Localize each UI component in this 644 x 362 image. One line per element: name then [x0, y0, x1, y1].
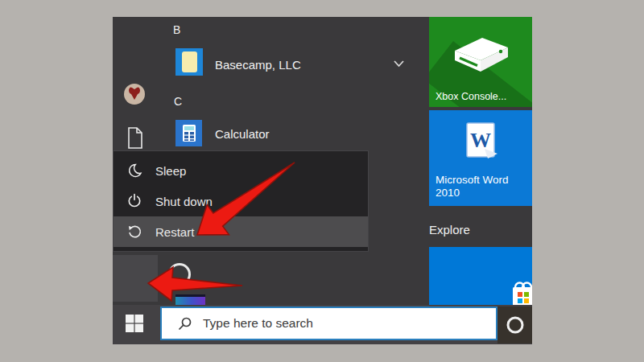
section-header-c[interactable]: C — [174, 94, 182, 109]
tile-microsoft-store[interactable] — [429, 247, 532, 305]
windows-start-button[interactable] — [125, 314, 144, 333]
start-menu: B Basecamp, LLC C Calculator — [113, 17, 532, 305]
power-button[interactable] — [113, 255, 158, 302]
taskbar-search-box[interactable] — [160, 306, 497, 340]
menu-item-label: Sleep — [155, 164, 186, 178]
menu-item-label: Restart — [155, 225, 194, 239]
screenshot-frame: B Basecamp, LLC C Calculator — [0, 0, 644, 362]
tile-label: Xbox Console... — [436, 90, 506, 103]
tile-label: Microsoft Word 2010 — [436, 174, 524, 200]
search-icon — [178, 317, 192, 331]
documents-icon[interactable] — [127, 127, 143, 152]
search-input[interactable] — [201, 315, 496, 331]
calculator-icon — [175, 120, 202, 146]
app-label-basecamp[interactable]: Basecamp, LLC — [215, 58, 301, 72]
app-label-calculator[interactable]: Calculator — [215, 127, 270, 142]
chevron-down-icon[interactable] — [393, 60, 405, 68]
menu-item-shut-down[interactable]: Shut down — [114, 186, 368, 216]
moon-icon — [126, 162, 144, 179]
section-header-b[interactable]: B — [173, 23, 180, 37]
word-document-icon: W — [464, 121, 499, 160]
taskbar — [113, 305, 532, 344]
tile-xbox-console[interactable]: Xbox Console... — [429, 17, 532, 107]
partial-gradient-app-icon — [175, 294, 205, 305]
partial-app-icon — [168, 263, 191, 286]
power-flyout-menu: Sleep Shut down Restart — [113, 150, 369, 252]
cortana-icon — [506, 315, 525, 335]
menu-item-restart[interactable]: Restart — [114, 216, 368, 247]
tile-microsoft-word[interactable]: W Microsoft Word 2010 — [429, 110, 532, 206]
xbox-console-icon — [450, 33, 511, 78]
word-letter: W — [470, 129, 491, 152]
restart-icon — [126, 224, 144, 240]
app-row-basecamp[interactable] — [175, 48, 203, 76]
app-row-calculator[interactable] — [175, 120, 202, 146]
tile-group-header-explore[interactable]: Explore — [429, 223, 470, 237]
menu-item-sleep[interactable]: Sleep — [114, 155, 368, 186]
cortana-button[interactable] — [497, 306, 532, 343]
store-bag-icon — [511, 279, 532, 305]
power-icon — [126, 193, 144, 209]
menu-item-label: Shut down — [155, 195, 213, 208]
user-avatar[interactable] — [124, 84, 145, 105]
avatar-demon-icon — [124, 84, 145, 105]
basecamp-folder-icon — [175, 48, 203, 76]
